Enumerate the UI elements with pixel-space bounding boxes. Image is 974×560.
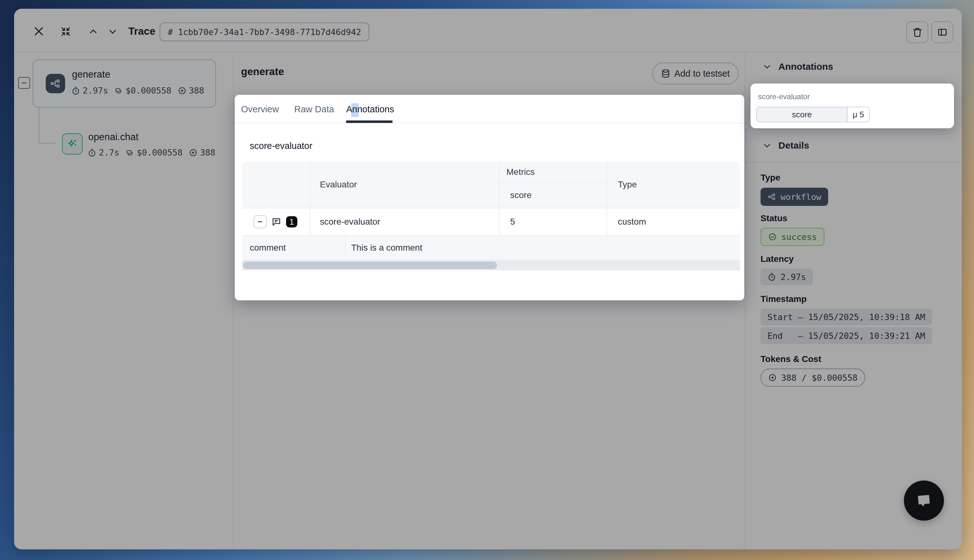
column-header-type: Type	[618, 162, 637, 208]
annotations-table: Evaluator Metrics score Type 1 score-eva…	[242, 162, 740, 270]
page-background: Trace # 1cbb70e7-34a1-7bb7-3498-771b7d46…	[0, 0, 974, 560]
table-grid-line	[345, 236, 345, 260]
column-header-metrics: Metrics	[506, 162, 535, 182]
comment-row	[242, 236, 740, 260]
collapse-row-button[interactable]	[254, 215, 267, 228]
horizontal-scrollbar-thumb[interactable]	[243, 262, 497, 269]
comment-icon[interactable]	[271, 217, 282, 227]
tab-raw-data[interactable]: Raw Data	[294, 104, 334, 115]
evaluator-section-title: score-evaluator	[250, 141, 312, 151]
score-aggregate-value: μ 5	[847, 107, 869, 122]
table-grid-line	[310, 162, 310, 208]
comment-count-badge[interactable]: 1	[286, 216, 297, 227]
table-grid-line	[499, 162, 500, 208]
row-score: 5	[510, 208, 515, 235]
tab-overview[interactable]: Overview	[241, 104, 279, 115]
table-grid-line	[310, 208, 310, 235]
tab-annotations[interactable]: Annotations	[346, 104, 394, 115]
comment-value: This is a comment	[351, 236, 422, 260]
comment-key: comment	[250, 236, 286, 260]
table-header	[242, 162, 740, 208]
column-header-score: score	[510, 182, 532, 208]
card-evaluator-label: score-evaluator	[758, 92, 810, 101]
column-header-evaluator: Evaluator	[320, 162, 357, 208]
table-row	[242, 208, 740, 235]
annotation-score-card: score-evaluator score μ 5	[751, 83, 954, 128]
row-evaluator: score-evaluator	[320, 208, 380, 235]
row-type: custom	[618, 208, 646, 235]
table-grid-line	[499, 208, 500, 235]
table-grid-line	[607, 208, 607, 235]
table-grid-line	[499, 182, 607, 183]
active-tab-underline	[346, 120, 392, 123]
row-actions: 1	[254, 208, 297, 235]
score-metric-pill: score μ 5	[756, 107, 870, 122]
span-detail-panel: Overview Raw Data Annotations score-eval…	[235, 95, 744, 300]
tabs-divider	[235, 123, 744, 123]
score-metric-name[interactable]: score	[757, 107, 847, 122]
table-grid-line	[607, 162, 607, 208]
